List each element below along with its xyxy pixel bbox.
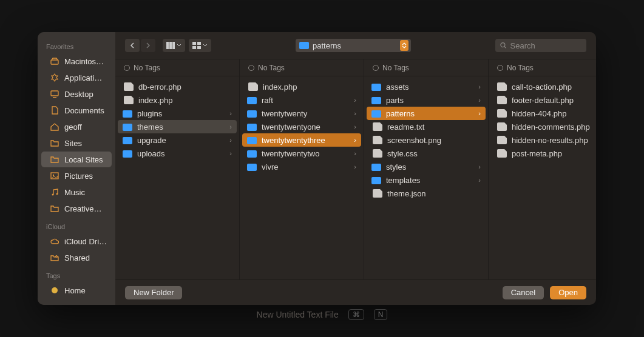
sidebar-item-label: Documents [64, 106, 104, 115]
home-icon [50, 122, 59, 132]
column-header[interactable]: No Tags [489, 59, 596, 76]
column-header-label: No Tags [258, 64, 285, 72]
file-row[interactable]: readme.txt [367, 120, 486, 133]
sidebar-item[interactable]: Pictures [41, 168, 112, 184]
column-header[interactable]: No Tags [115, 59, 239, 76]
chevron-right-icon: › [478, 176, 481, 184]
folder-icon [123, 137, 132, 144]
sidebar-item[interactable]: Music [41, 184, 112, 200]
nav-back-button[interactable] [125, 39, 140, 52]
column-header[interactable]: No Tags [240, 59, 364, 76]
sidebar-item-label: Sites [64, 139, 82, 148]
sidebar-item-label: Shared [64, 253, 90, 262]
sidebar-item-label: geoff [64, 122, 82, 132]
sidebar-item[interactable]: Creative… [41, 201, 112, 216]
cancel-button[interactable]: Cancel [503, 286, 544, 299]
file-row[interactable]: post-meta.php [491, 147, 594, 160]
file-row[interactable]: index.php [242, 80, 361, 93]
view-grid-button[interactable] [189, 39, 211, 52]
svg-point-4 [53, 175, 54, 176]
sidebar-item[interactable]: Shared [41, 250, 112, 265]
search-input[interactable] [510, 41, 581, 50]
file-row[interactable]: style.css [367, 147, 486, 160]
nav-forward-button[interactable] [141, 39, 155, 52]
sidebar-item[interactable]: geoff [41, 119, 112, 135]
sidebar-item-label: Pictures [64, 172, 93, 181]
file-row[interactable]: templates› [367, 173, 486, 187]
sidebar-item[interactable]: Home [41, 282, 112, 298]
file-row[interactable]: call-to-action.php [491, 80, 594, 93]
svg-point-5 [52, 194, 54, 196]
file-name: twentytwentythree [262, 136, 325, 145]
column-header[interactable]: No Tags [364, 59, 488, 76]
file-row[interactable]: parts› [367, 93, 486, 107]
svg-point-7 [56, 256, 58, 258]
column-header-label: No Tags [507, 64, 534, 72]
file-row[interactable]: uploads› [118, 147, 237, 160]
chevron-right-icon: › [229, 136, 232, 144]
open-button[interactable]: Open [550, 286, 586, 299]
path-popup[interactable]: patterns [296, 39, 411, 52]
folder-icon [371, 110, 381, 118]
file-row[interactable]: twentytwentytwo› [242, 147, 361, 160]
file-row[interactable]: vivre› [242, 160, 361, 173]
file-row[interactable]: hidden-no-results.php [491, 133, 594, 147]
file-row[interactable]: index.php [118, 93, 237, 107]
sidebar-heading: Tags [38, 266, 115, 282]
svg-rect-1 [51, 91, 58, 96]
svg-line-16 [504, 47, 506, 48]
file-name: hidden-no-results.php [512, 136, 588, 145]
chevron-right-icon: › [354, 96, 356, 104]
file-row[interactable]: plugins› [118, 107, 237, 120]
picture-icon [50, 171, 59, 181]
sidebar-item[interactable]: Documents [41, 102, 112, 118]
chevron-right-icon: › [354, 163, 356, 170]
file-name: templates [386, 176, 420, 185]
svg-point-15 [501, 43, 505, 47]
folder-icon [50, 204, 59, 213]
file-name: upgrade [137, 136, 166, 145]
sidebar-item[interactable]: Applicati… [41, 70, 112, 85]
chevron-right-icon: › [229, 110, 232, 117]
chevron-right-icon: › [354, 110, 356, 117]
path-label: patterns [313, 41, 341, 50]
file-row[interactable]: twentytwentythree› [242, 133, 361, 147]
file-name: db-error.php [138, 82, 181, 92]
sidebar-item[interactable]: Desktop [41, 86, 112, 102]
file-name: uploads [137, 149, 165, 158]
file-row[interactable]: hidden-404.php [491, 107, 594, 120]
file-row[interactable]: assets› [367, 80, 486, 93]
search-field[interactable] [495, 39, 586, 52]
svg-rect-13 [192, 46, 196, 49]
file-name: theme.json [387, 189, 426, 198]
view-columns-button[interactable] [163, 39, 185, 52]
file-row[interactable]: upgrade› [118, 133, 237, 147]
file-row[interactable]: styles› [367, 160, 486, 173]
app-icon [50, 73, 59, 82]
sidebar: FavoritesMacintos…Applicati…DesktopDocum… [38, 32, 115, 305]
file-name: themes [137, 122, 163, 132]
sidebar-item[interactable]: Local Sites [41, 152, 112, 167]
tag-circle-icon [248, 65, 254, 71]
file-row[interactable]: theme.json [367, 187, 486, 200]
tag-circle-icon [373, 65, 379, 71]
desktop-icon [50, 89, 59, 99]
file-row[interactable]: raft› [242, 93, 361, 107]
file-row[interactable]: twentytwenty› [242, 107, 361, 120]
sidebar-item[interactable]: iCloud Dri… [41, 233, 112, 249]
file-row[interactable]: patterns› [367, 107, 486, 120]
file-row[interactable]: hidden-comments.php [491, 120, 594, 133]
grid-icon [192, 42, 201, 49]
file-icon [373, 189, 382, 198]
file-name: index.php [263, 82, 297, 92]
file-row[interactable]: twentytwentyone› [242, 120, 361, 133]
sidebar-item[interactable]: Macintos… [41, 53, 112, 69]
new-folder-button[interactable]: New Folder [125, 286, 182, 299]
file-row[interactable]: footer-default.php [491, 93, 594, 107]
sidebar-item[interactable]: Sites [41, 135, 112, 151]
svg-rect-11 [192, 42, 196, 45]
file-row[interactable]: screenshot.png [367, 133, 486, 147]
file-row[interactable]: db-error.php [118, 80, 237, 93]
file-name: twentytwentyone [262, 122, 320, 132]
file-row[interactable]: themes› [118, 120, 237, 133]
